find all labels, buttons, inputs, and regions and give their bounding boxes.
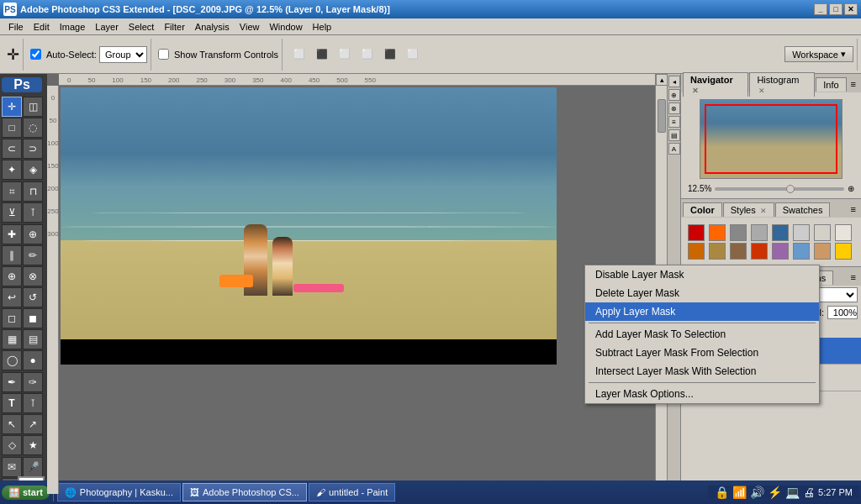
tab-info[interactable]: Info [816,77,846,92]
pencil-tool[interactable]: ✏ [23,245,43,265]
eraser-tool[interactable]: ◻ [2,308,22,328]
tray-icon-5[interactable]: 💻 [785,486,800,499]
crop-tool[interactable]: ⌗ [2,181,22,202]
tab-histogram[interactable]: Histogram ✕ [749,72,815,97]
menu-view[interactable]: View [235,20,265,34]
freeform-pen-tool[interactable]: ✑ [23,372,43,392]
workspace-button[interactable]: Workspace ▾ [784,46,853,62]
align-center-h-btn[interactable]: ⬛ [312,46,332,62]
history-tool[interactable]: ↩ [2,287,22,307]
v-scroll-thumb[interactable] [658,99,666,133]
gradient-tool[interactable]: ▦ [2,329,22,349]
ctx-disable-layer-mask[interactable]: Disable Layer Mask [585,265,819,284]
patch-tool[interactable]: ⊕ [23,224,43,244]
taskbar-item-browser[interactable]: 🌐 Photography | Kasku... [57,483,181,501]
swatch-ui[interactable] [814,224,831,241]
swatch-gray[interactable] [730,224,747,241]
quick-select-tool[interactable]: ◈ [23,160,43,180]
swatch-light-ui[interactable] [835,224,852,241]
start-button[interactable]: 🪟 start [2,486,50,500]
swatch-light-gray[interactable] [751,224,768,241]
minimize-button[interactable]: _ [814,3,827,15]
lasso-tool-2[interactable]: ⊃ [23,139,43,159]
window-controls[interactable]: _ □ ✕ [814,3,858,15]
tray-icon-3[interactable]: 🔊 [750,486,764,499]
swatch-blue[interactable] [772,224,789,241]
eyedropper-tool[interactable]: ⊻ [2,202,22,223]
text-v-tool[interactable]: ⊺ [23,393,43,413]
path-select-tool[interactable]: ↖ [2,414,22,434]
tab-styles[interactable]: Styles ✕ [723,202,774,217]
swatch-orange[interactable] [709,224,726,241]
tray-icon-1[interactable]: 🔒 [715,486,729,499]
slice-tool[interactable]: ⊓ [23,181,43,202]
tab-swatches[interactable]: Swatches [775,202,831,217]
audio-tool[interactable]: 🎤 [23,457,43,477]
magic-wand-tool[interactable]: ✦ [2,160,22,180]
align-center-v-btn[interactable]: ⬛ [380,46,400,62]
canvas-image[interactable] [61,87,557,365]
panel-tool-1[interactable]: ⊕ [668,89,680,101]
swatch-yellow[interactable] [835,243,852,260]
marquee-tool[interactable]: □ [2,118,22,138]
ctx-layer-mask-options[interactable]: Layer Mask Options... [585,385,819,403]
dodge-tool[interactable]: ◯ [2,350,22,370]
move-tool[interactable]: ✛ [2,97,22,117]
lasso-tool[interactable]: ⊂ [2,139,22,159]
swatch-red[interactable] [688,224,705,241]
panel-tool-5[interactable]: A [668,143,680,155]
notes-tool[interactable]: ✉ [2,457,22,477]
zoom-slider-thumb[interactable] [786,185,795,193]
menu-edit[interactable]: Edit [29,20,55,34]
panel-tool-3[interactable]: ≡ [668,116,680,128]
fill-input[interactable] [827,306,858,319]
layers-panel-menu[interactable]: ≡ [848,272,859,282]
swatch-peach[interactable] [814,243,831,260]
auto-select-dropdown[interactable]: Group Layer [99,46,147,63]
close-navigator-tab[interactable]: ✕ [692,87,699,95]
taskbar-item-photoshop[interactable]: 🖼 Adobe Photoshop CS... [182,483,307,501]
scroll-up-btn[interactable]: ▴ [656,74,667,86]
paint-bucket-tool[interactable]: ▤ [23,329,43,349]
marquee-tool-2[interactable]: ◌ [23,118,43,138]
restore-button[interactable]: □ [829,3,843,15]
auto-select-checkbox[interactable] [30,49,41,60]
swatch-gold[interactable] [709,243,726,260]
tray-icon-4[interactable]: ⚡ [768,486,782,499]
menu-window[interactable]: Window [264,20,307,34]
swatch-brown[interactable] [688,243,705,260]
pen-tool[interactable]: ✒ [2,372,22,392]
swatch-tan[interactable] [730,243,747,260]
heal-tool[interactable]: ✚ [2,224,22,244]
ctx-apply-layer-mask[interactable]: Apply Layer Mask [585,302,819,321]
menu-filter[interactable]: Filter [159,20,189,34]
tab-navigator[interactable]: Navigator ✕ [683,72,748,97]
tray-icon-6[interactable]: 🖨 [803,486,815,499]
top-panel-menu[interactable]: ≡ [848,79,859,89]
align-right-btn[interactable]: ⬜ [335,46,355,62]
custom-shape-tool[interactable]: ★ [23,435,43,455]
ctx-intersect-selection[interactable]: Intersect Layer Mask With Selection [585,362,819,381]
align-top-btn[interactable]: ⬜ [357,46,378,62]
align-left-btn[interactable]: ⬜ [289,46,309,62]
artboard-tool[interactable]: ◫ [23,97,43,117]
clone-tool[interactable]: ⊕ [2,266,22,286]
close-button[interactable]: ✕ [844,3,858,15]
close-histogram-tab[interactable]: ✕ [758,87,765,95]
swatch-sky[interactable] [793,243,810,260]
ctx-subtract-from-selection[interactable]: Subtract Layer Mask From Selection [585,344,819,362]
art-history-tool[interactable]: ↺ [23,287,43,307]
bg-eraser-tool[interactable]: ◼ [23,308,43,328]
direct-select-tool[interactable]: ↗ [23,414,43,434]
brush-tool[interactable]: ∥ [2,245,22,265]
menu-analysis[interactable]: Analysis [190,20,235,34]
menu-image[interactable]: Image [55,20,91,34]
swatch-purple[interactable] [772,243,789,260]
move-tool-icon[interactable]: ✛ [7,45,19,64]
close-styles-tab[interactable]: ✕ [760,207,767,215]
zoom-slider[interactable] [715,187,844,191]
panel-tool-4[interactable]: ▤ [668,129,680,141]
panel-tool-2[interactable]: ⊗ [668,102,680,114]
burn-tool[interactable]: ● [23,350,43,370]
text-tool[interactable]: T [2,393,22,413]
